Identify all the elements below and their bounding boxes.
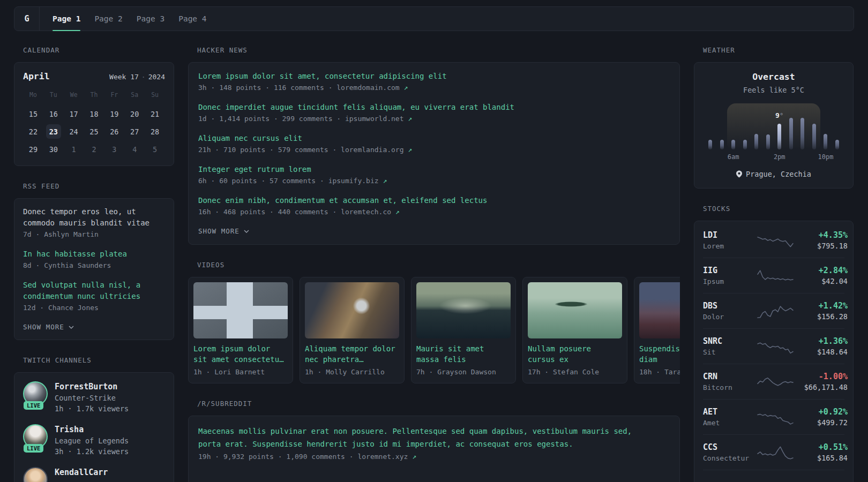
calendar-card: April Week 17·2024 MoTuWeThFrSaSu1516171… <box>14 62 174 166</box>
video-card[interactable]: Mauris sit ametmassa felis7h · Grayson D… <box>411 277 516 383</box>
video-thumbnail[interactable] <box>193 282 288 338</box>
rss-item-title[interactable]: Sed volutpat nulla nisl, acondimentum nu… <box>23 280 165 302</box>
video-title[interactable]: Aliquam tempor dolornec pharetra… <box>305 343 399 365</box>
hackernews-item-title[interactable]: Integer eget rutrum lorem <box>198 164 670 175</box>
chevron-down-icon <box>244 230 249 233</box>
stock-change: +1.42% <box>794 300 848 311</box>
stock-sparkline <box>757 443 794 462</box>
hackernews-item: Aliquam nec cursus elit21h · 710 points … <box>198 133 670 154</box>
stock-price: $156.28 <box>794 312 848 321</box>
tab-page-2[interactable]: Page 2 <box>94 7 122 31</box>
stock-price: $66,171.48 <box>794 383 848 392</box>
weather-bar <box>720 140 724 149</box>
stock-price: $148.64 <box>794 348 848 357</box>
weather-time-label: 2pm <box>774 153 785 161</box>
video-title[interactable]: Nullam posuerecursus ex <box>528 343 622 365</box>
stock-ticker: SNRC <box>703 336 757 347</box>
calendar-date: 16 <box>43 105 64 123</box>
twitch-channel-name[interactable]: KendallCarr <box>55 467 108 478</box>
columns: CALENDAR April Week 17·2024 MoTuWeThFrSa… <box>14 46 854 482</box>
stock-ticker: CCS <box>703 442 757 453</box>
item-domain[interactable]: loremnet.xyz <box>357 453 408 461</box>
calendar-day-header: Fr <box>104 89 124 105</box>
rss-item-title[interactable]: In hac habitasse platea <box>23 248 165 260</box>
weather-temp-label: 9° <box>775 111 784 119</box>
item-meta: 1h · Molly Carrillo <box>305 368 399 376</box>
stock-change: +1.36% <box>794 336 848 347</box>
calendar-day-header: Su <box>145 89 165 105</box>
tab-page-4[interactable]: Page 4 <box>178 7 206 31</box>
video-thumbnail[interactable] <box>305 282 399 338</box>
stock-row[interactable]: AETAmet+0.92%$499.72 <box>703 399 844 434</box>
stock-sparkline <box>757 373 794 391</box>
weather-bars <box>708 116 839 149</box>
item-meta: 16h · 468 points · 440 comments · loremt… <box>198 207 670 216</box>
hackernews-item-title[interactable]: Aliquam nec cursus elit <box>198 133 670 144</box>
item-domain[interactable]: ipsumworld.net <box>345 115 404 123</box>
stock-row[interactable]: SNRCSit+1.36%$148.64 <box>703 328 844 364</box>
weather-card: Overcast Feels like 5°C 9° 6am2pm10pm Pr… <box>694 62 854 189</box>
calendar-dot: · <box>141 73 146 81</box>
weather-section-title: WEATHER <box>703 46 854 54</box>
show-more-button[interactable]: SHOW MORE <box>198 227 670 235</box>
item-domain[interactable]: loremtech.co <box>341 208 391 216</box>
calendar-grid: MoTuWeThFrSaSu15161718192021222324252627… <box>23 89 165 158</box>
header: G Page 1Page 2Page 3Page 4 <box>14 6 854 31</box>
stock-name: Bitcorn <box>703 383 757 392</box>
logo[interactable]: G <box>14 7 40 31</box>
rss-item: Sed volutpat nulla nisl, acondimentum nu… <box>23 280 165 312</box>
stock-sparkline <box>757 302 794 320</box>
stock-sparkline <box>757 267 794 285</box>
hackernews-item-title[interactable]: Lorem ipsum dolor sit amet, consectetur … <box>198 71 670 81</box>
video-card[interactable]: Suspendissediam18h · Tara <box>634 277 680 383</box>
item-domain[interactable]: loremdomain.com <box>336 84 399 92</box>
video-title[interactable]: Mauris sit ametmassa felis <box>416 343 511 365</box>
stock-change: +4.35% <box>794 230 848 240</box>
stock-row[interactable]: AHS+0.46% <box>703 470 844 482</box>
calendar-day-header: Th <box>84 89 104 105</box>
item-meta: 7h · Grayson Dawson <box>416 368 511 376</box>
hackernews-item: Donec imperdiet augue tincidunt felis al… <box>198 102 670 123</box>
weather-feels-like: Feels like 5°C <box>703 85 844 95</box>
video-title[interactable]: Suspendissediam <box>639 343 680 365</box>
stock-row[interactable]: CRNBitcorn-1.00%$66,171.48 <box>703 364 844 399</box>
video-thumbnail[interactable] <box>416 282 511 338</box>
calendar-date: 25 <box>84 123 104 140</box>
subreddit-post-title[interactable]: Maecenas mollis pulvinar erat non posuer… <box>198 425 670 450</box>
calendar-week: Week 17·2024 <box>109 73 165 81</box>
item-domain[interactable]: ipsumify.biz <box>328 177 379 185</box>
twitch-channel[interactable]: LIVETrishaLeague of Legends3h · 1.2k vie… <box>23 424 165 456</box>
weather-time-label: 6am <box>728 153 739 161</box>
calendar-day-header: Tu <box>43 89 64 105</box>
item-domain[interactable]: loremlandia.org <box>341 146 403 154</box>
video-card[interactable]: Nullam posuerecursus ex17h · Stefan Cole <box>522 277 627 383</box>
twitch-channel-name[interactable]: ForrestBurton <box>55 381 129 392</box>
calendar-date: 30 <box>43 140 64 158</box>
rss-item-title[interactable]: Donec tempor eros leo, utcommodo mauris … <box>23 206 165 229</box>
video-title[interactable]: Lorem ipsum dolorsit amet consectetu… <box>193 343 288 365</box>
stock-row[interactable]: LDILorem+4.35%$795.18 <box>703 230 844 258</box>
stock-name: Dolor <box>703 312 757 321</box>
item-meta: 1h · Lori Barnett <box>193 368 288 376</box>
video-card[interactable]: Lorem ipsum dolorsit amet consectetu…1h … <box>188 277 293 383</box>
show-more-button[interactable]: SHOW MORE <box>23 323 165 331</box>
stock-row[interactable]: IIGIpsum+2.84%$42.04 <box>703 258 844 293</box>
external-link-icon: ↗ <box>408 453 416 461</box>
twitch-channel[interactable]: KendallCarr <box>23 467 165 482</box>
tab-page-1[interactable]: Page 1 <box>53 7 80 31</box>
stock-row[interactable]: DBSDolor+1.42%$156.28 <box>703 293 844 328</box>
twitch-channel[interactable]: LIVEForrestBurtonCounter-Strike1h · 1.7k… <box>23 381 165 413</box>
calendar-date: 27 <box>124 123 145 140</box>
twitch-channel-category: League of Legends <box>55 436 129 446</box>
video-thumbnail[interactable] <box>528 282 622 338</box>
stock-ticker: CRN <box>703 371 757 382</box>
hackernews-item-title[interactable]: Donec imperdiet augue tincidunt felis al… <box>198 102 670 112</box>
hackernews-item-title[interactable]: Donec enim nibh, condimentum et accumsan… <box>198 195 670 206</box>
stock-row[interactable]: CCSConsectetur+0.51%$165.84 <box>703 434 844 470</box>
twitch-channel-name[interactable]: Trisha <box>55 424 129 435</box>
item-meta: 8d · Cynthia Saunders <box>23 261 165 270</box>
tab-page-3[interactable]: Page 3 <box>137 7 164 31</box>
calendar-date: 2 <box>84 140 104 158</box>
video-card[interactable]: Aliquam tempor dolornec pharetra…1h · Mo… <box>300 277 405 383</box>
video-thumbnail[interactable] <box>639 282 680 338</box>
